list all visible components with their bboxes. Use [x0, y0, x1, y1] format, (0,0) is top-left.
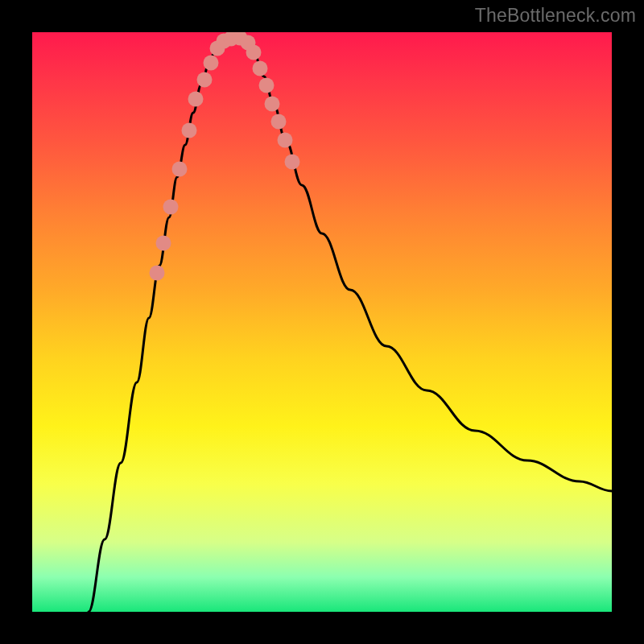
bottleneck-curve	[89, 37, 612, 612]
data-marker	[253, 61, 268, 76]
data-marker	[278, 133, 293, 148]
data-marker	[188, 92, 204, 107]
data-marker	[271, 114, 287, 130]
data-marker	[259, 78, 275, 93]
data-marker	[163, 200, 179, 215]
data-marker	[265, 97, 280, 112]
data-marker	[246, 45, 262, 60]
data-marker	[172, 162, 188, 177]
watermark-text: TheBottleneck.com	[475, 5, 636, 27]
plot-area	[32, 32, 612, 612]
curve-group	[89, 37, 612, 612]
data-marker	[197, 72, 213, 88]
marker-group	[150, 32, 300, 281]
data-marker	[285, 155, 300, 170]
chart-frame: TheBottleneck.com	[0, 0, 644, 644]
data-marker	[150, 266, 165, 281]
data-marker	[156, 236, 171, 251]
data-marker	[182, 123, 197, 138]
chart-svg	[32, 32, 612, 612]
data-marker	[204, 56, 219, 71]
